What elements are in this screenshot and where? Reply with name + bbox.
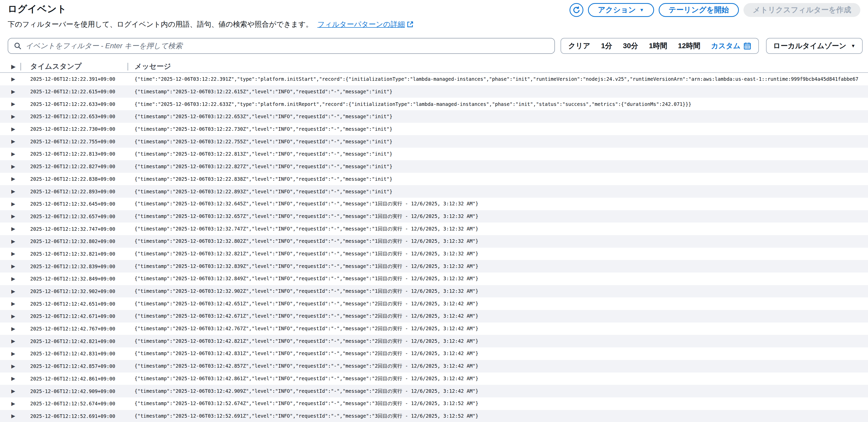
table-row[interactable]: ▶2025-12-06T12:12:22.755+09:00{"timestam… bbox=[0, 135, 868, 148]
row-message: {"timestamp":"2025-12-06T03:12:32.849Z",… bbox=[128, 275, 868, 282]
table-header-row: ▶ タイムスタンプ メッセージ bbox=[0, 61, 868, 73]
row-expand-icon[interactable]: ▶ bbox=[11, 213, 15, 219]
row-expand-icon[interactable]: ▶ bbox=[11, 126, 15, 132]
actions-menu-button[interactable]: アクション ▼ bbox=[588, 3, 654, 17]
row-expand-icon[interactable]: ▶ bbox=[11, 201, 15, 207]
row-message: {"timestamp":"2025-12-06T03:12:22.730Z",… bbox=[128, 126, 868, 132]
table-row[interactable]: ▶2025-12-06T12:12:52.691+09:00{"timestam… bbox=[0, 410, 868, 422]
row-expand-icon[interactable]: ▶ bbox=[11, 401, 15, 406]
row-expand-icon[interactable]: ▶ bbox=[11, 263, 15, 269]
timezone-select[interactable]: ローカルタイムゾーン ▼ bbox=[766, 38, 863, 54]
table-row[interactable]: ▶2025-12-06T12:12:22.838+09:00{"timestam… bbox=[0, 173, 868, 185]
row-timestamp: 2025-12-06T12:12:22.391+09:00 bbox=[21, 76, 128, 82]
range-12hour-button[interactable]: 12時間 bbox=[678, 41, 700, 51]
row-message: {"timestamp":"2025-12-06T03:12:42.671Z",… bbox=[128, 313, 868, 320]
table-row[interactable]: ▶2025-12-06T12:12:52.674+09:00{"timestam… bbox=[0, 397, 868, 410]
table-row[interactable]: ▶2025-12-06T12:12:32.645+09:00{"timestam… bbox=[0, 198, 868, 210]
row-expand-icon[interactable]: ▶ bbox=[11, 89, 15, 94]
row-expand-icon[interactable]: ▶ bbox=[11, 139, 15, 144]
row-expand-icon[interactable]: ▶ bbox=[11, 101, 15, 107]
table-row[interactable]: ▶2025-12-06T12:12:22.391+09:00{"time":"2… bbox=[0, 73, 868, 85]
chevron-down-icon: ▼ bbox=[640, 8, 644, 12]
row-expand-icon[interactable]: ▶ bbox=[11, 289, 15, 294]
row-timestamp: 2025-12-06T12:12:22.615+09:00 bbox=[21, 89, 128, 94]
expand-all-icon[interactable]: ▶ bbox=[11, 64, 16, 69]
table-row[interactable]: ▶2025-12-06T12:12:22.653+09:00{"timestam… bbox=[0, 110, 868, 123]
row-expand-icon[interactable]: ▶ bbox=[11, 313, 15, 319]
table-row[interactable]: ▶2025-12-06T12:12:42.651+09:00{"timestam… bbox=[0, 297, 868, 310]
row-expand-icon[interactable]: ▶ bbox=[11, 413, 15, 419]
row-timestamp: 2025-12-06T12:12:32.902+09:00 bbox=[21, 289, 128, 294]
expand-all-cell: ▶ bbox=[0, 61, 21, 72]
refresh-button[interactable] bbox=[569, 3, 583, 17]
table-row[interactable]: ▶2025-12-06T12:12:22.827+09:00{"timestam… bbox=[0, 160, 868, 173]
filter-pattern-link[interactable]: フィルターパターンの詳細 bbox=[317, 20, 413, 29]
create-metric-filter-label: メトリクスフィルターを作成 bbox=[753, 5, 851, 15]
range-clear-button[interactable]: クリア bbox=[568, 41, 590, 51]
table-row[interactable]: ▶2025-12-06T12:12:32.657+09:00{"timestam… bbox=[0, 210, 868, 223]
row-expand-icon[interactable]: ▶ bbox=[11, 176, 15, 182]
row-message: {"timestamp":"2025-12-06T03:12:22.838Z",… bbox=[128, 176, 868, 182]
table-row[interactable]: ▶2025-12-06T12:12:22.615+09:00{"timestam… bbox=[0, 85, 868, 98]
row-expand-icon[interactable]: ▶ bbox=[11, 326, 15, 331]
header-actions: アクション ▼ テーリングを開始 メトリクスフィルターを作成 bbox=[569, 3, 860, 17]
range-1hour-button[interactable]: 1時間 bbox=[649, 41, 668, 51]
row-message: {"timestamp":"2025-12-06T03:12:52.691Z",… bbox=[128, 413, 868, 419]
row-expand-icon[interactable]: ▶ bbox=[11, 151, 15, 157]
table-row[interactable]: ▶2025-12-06T12:12:32.821+09:00{"timestam… bbox=[0, 248, 868, 260]
row-message: {"timestamp":"2025-12-06T03:12:32.802Z",… bbox=[128, 238, 868, 245]
row-timestamp: 2025-12-06T12:12:42.671+09:00 bbox=[21, 313, 128, 319]
row-expand-cell: ▶ bbox=[0, 214, 21, 219]
range-1min-button[interactable]: 1分 bbox=[601, 41, 612, 51]
row-message: {"timestamp":"2025-12-06T03:12:22.653Z",… bbox=[128, 114, 868, 119]
search-icon bbox=[14, 42, 22, 50]
table-row[interactable]: ▶2025-12-06T12:12:22.633+09:00{"time":"2… bbox=[0, 98, 868, 110]
row-expand-icon[interactable]: ▶ bbox=[11, 375, 15, 381]
page-header: ログイベント 下のフィルターバーを使用して、ログイベント内の用語、語句、値の検索… bbox=[0, 0, 868, 29]
table-row[interactable]: ▶2025-12-06T12:12:42.671+09:00{"timestam… bbox=[0, 310, 868, 323]
table-row[interactable]: ▶2025-12-06T12:12:32.839+09:00{"timestam… bbox=[0, 260, 868, 273]
row-timestamp: 2025-12-06T12:12:42.909+09:00 bbox=[21, 388, 128, 394]
table-row[interactable]: ▶2025-12-06T12:12:42.857+09:00{"timestam… bbox=[0, 360, 868, 372]
table-row[interactable]: ▶2025-12-06T12:12:32.802+09:00{"timestam… bbox=[0, 235, 868, 248]
row-expand-icon[interactable]: ▶ bbox=[11, 114, 15, 119]
start-tailing-button[interactable]: テーリングを開始 bbox=[659, 3, 739, 17]
event-filter-input[interactable] bbox=[26, 42, 549, 50]
table-row[interactable]: ▶2025-12-06T12:12:42.767+09:00{"timestam… bbox=[0, 323, 868, 335]
row-timestamp: 2025-12-06T12:12:42.767+09:00 bbox=[21, 326, 128, 331]
row-expand-icon[interactable]: ▶ bbox=[11, 163, 15, 169]
row-expand-icon[interactable]: ▶ bbox=[11, 363, 15, 369]
row-expand-cell: ▶ bbox=[0, 301, 21, 306]
table-row[interactable]: ▶2025-12-06T12:12:42.861+09:00{"timestam… bbox=[0, 372, 868, 385]
table-row[interactable]: ▶2025-12-06T12:12:42.831+09:00{"timestam… bbox=[0, 348, 868, 360]
table-row[interactable]: ▶2025-12-06T12:12:22.730+09:00{"timestam… bbox=[0, 123, 868, 135]
table-row[interactable]: ▶2025-12-06T12:12:32.849+09:00{"timestam… bbox=[0, 273, 868, 285]
row-expand-icon[interactable]: ▶ bbox=[11, 276, 15, 281]
row-expand-cell: ▶ bbox=[0, 364, 21, 369]
filter-toolbar: クリア 1分 30分 1時間 12時間 カスタム ローカルタイムゾーン bbox=[0, 38, 868, 54]
column-divider bbox=[21, 63, 21, 70]
row-timestamp: 2025-12-06T12:12:22.755+09:00 bbox=[21, 139, 128, 144]
row-timestamp: 2025-12-06T12:12:42.861+09:00 bbox=[21, 376, 128, 382]
row-expand-icon[interactable]: ▶ bbox=[11, 226, 15, 232]
table-row[interactable]: ▶2025-12-06T12:12:22.893+09:00{"timestam… bbox=[0, 185, 868, 198]
row-timestamp: 2025-12-06T12:12:42.831+09:00 bbox=[21, 351, 128, 356]
row-timestamp: 2025-12-06T12:12:32.802+09:00 bbox=[21, 238, 128, 244]
row-expand-icon[interactable]: ▶ bbox=[11, 238, 15, 244]
table-row[interactable]: ▶2025-12-06T12:12:32.747+09:00{"timestam… bbox=[0, 222, 868, 235]
row-expand-icon[interactable]: ▶ bbox=[11, 301, 15, 306]
table-row[interactable]: ▶2025-12-06T12:12:32.902+09:00{"timestam… bbox=[0, 285, 868, 298]
row-expand-icon[interactable]: ▶ bbox=[11, 188, 15, 194]
range-30min-button[interactable]: 30分 bbox=[623, 41, 638, 51]
row-expand-icon[interactable]: ▶ bbox=[11, 351, 15, 356]
row-expand-icon[interactable]: ▶ bbox=[11, 338, 15, 344]
row-expand-icon[interactable]: ▶ bbox=[11, 388, 15, 394]
table-row[interactable]: ▶2025-12-06T12:12:42.821+09:00{"timestam… bbox=[0, 335, 868, 348]
row-expand-icon[interactable]: ▶ bbox=[11, 76, 15, 82]
table-row[interactable]: ▶2025-12-06T12:12:22.813+09:00{"timestam… bbox=[0, 148, 868, 160]
row-message: {"timestamp":"2025-12-06T03:12:32.821Z",… bbox=[128, 250, 868, 257]
row-expand-icon[interactable]: ▶ bbox=[11, 251, 15, 257]
table-row[interactable]: ▶2025-12-06T12:12:42.909+09:00{"timestam… bbox=[0, 385, 868, 397]
row-message: {"timestamp":"2025-12-06T03:12:22.615Z",… bbox=[128, 89, 868, 94]
range-custom-button[interactable]: カスタム bbox=[711, 41, 751, 51]
